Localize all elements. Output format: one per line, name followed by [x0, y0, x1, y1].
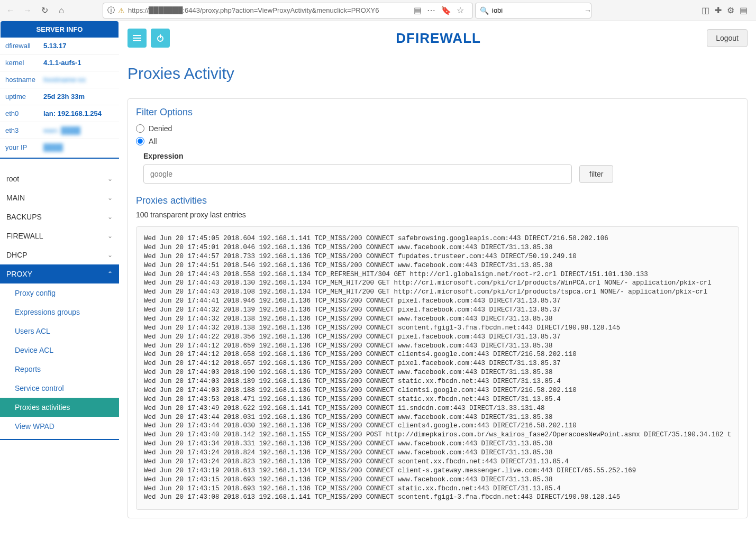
info-row: eth3wan: ████: [0, 122, 119, 139]
nav-item-label: root: [6, 175, 19, 183]
brand-title: DFIREWALL: [170, 30, 707, 47]
info-row: dfirewall5.13.17: [0, 38, 119, 54]
radio-all-label[interactable]: All: [149, 137, 157, 145]
pocket-icon[interactable]: 🔖: [441, 5, 451, 15]
log-box: Wed Jun 20 17:45:05 2018.604 192.168.1.1…: [136, 226, 739, 510]
expression-input[interactable]: [143, 164, 572, 184]
info-row: kernel4.1.1-aufs-1: [0, 54, 119, 71]
info-row: hostnamehostname-xx: [0, 71, 119, 88]
svg-rect-2: [133, 40, 141, 41]
more-icon[interactable]: ⋯: [427, 5, 435, 15]
info-label: dfirewall: [5, 42, 43, 50]
search-bar[interactable]: 🔍 →: [475, 3, 591, 19]
nav-item-proxy[interactable]: PROXY⌃: [0, 264, 119, 283]
url-bar[interactable]: ⓘ ⚠ https://███████:6443/proxy.php?actio…: [103, 3, 473, 19]
nav-item-main[interactable]: MAIN⌄: [0, 188, 119, 207]
power-button[interactable]: [151, 29, 170, 48]
svg-rect-4: [160, 34, 161, 38]
star-icon[interactable]: ☆: [457, 5, 464, 15]
nav-item-firewall[interactable]: FIREWALL⌄: [0, 226, 119, 245]
nav-item-label: PROXY: [6, 270, 32, 278]
main-content: DFIREWALL Logout Proxies Activity Filter…: [119, 21, 756, 558]
chevron-up-icon: ⌃: [107, 270, 113, 278]
sub-item-proxy-config[interactable]: Proxy config: [0, 283, 119, 303]
sub-item-service-control[interactable]: Service control: [0, 379, 119, 398]
nav-item-label: DHCP: [6, 251, 28, 259]
nav-item-backups[interactable]: BACKUPS⌄: [0, 207, 119, 226]
sub-item-proxies-activities[interactable]: Proxies activities: [0, 398, 119, 417]
nav-item-label: BACKUPS: [6, 213, 42, 221]
search-input[interactable]: [492, 6, 581, 14]
info-value: ████: [43, 143, 63, 151]
nav-item-dhcp[interactable]: DHCP⌄: [0, 245, 119, 264]
logout-button[interactable]: Logout: [707, 29, 748, 47]
sub-item-device-acl[interactable]: Device ACL: [0, 341, 119, 360]
chevron-down-icon: ⌄: [107, 175, 113, 182]
lock-warning-icon: ⚠: [118, 6, 125, 15]
info-value: 5.13.17: [43, 42, 66, 50]
reader-icon[interactable]: ▤: [414, 5, 422, 15]
info-value: wan: ████: [43, 126, 80, 134]
info-label: hostname: [5, 76, 43, 84]
chevron-down-icon: ⌄: [107, 213, 113, 221]
home-button[interactable]: ⌂: [54, 3, 69, 18]
info-value: hostname-xx: [43, 76, 86, 84]
page-title: Proxies Activity: [127, 65, 748, 83]
sidebar: SERVER INFO dfirewall5.13.17kernel4.1.1-…: [0, 21, 119, 558]
nav-menu: root⌄MAIN⌄BACKUPS⌄FIREWALL⌄DHCP⌄PROXY⌃Pr…: [0, 169, 119, 440]
server-info-panel: SERVER INFO dfirewall5.13.17kernel4.1.1-…: [0, 21, 119, 159]
info-row: uptime25d 23h 33m: [0, 88, 119, 105]
menu-toggle-button[interactable]: [127, 29, 147, 48]
back-button[interactable]: ←: [3, 3, 18, 18]
nav-item-label: FIREWALL: [6, 232, 43, 240]
info-label: uptime: [5, 93, 43, 100]
radio-denied[interactable]: [136, 124, 144, 133]
forward-button[interactable]: →: [20, 3, 35, 18]
filter-button[interactable]: filter: [579, 165, 613, 183]
log-content: Wed Jun 20 17:45:05 2018.604 192.168.1.1…: [144, 234, 731, 502]
nav-item-root[interactable]: root⌄: [0, 169, 119, 188]
sub-item-users-acl[interactable]: Users ACL: [0, 322, 119, 341]
activities-heading: Proxies activities: [136, 195, 739, 206]
topbar: DFIREWALL Logout: [127, 21, 748, 55]
info-icon[interactable]: ⓘ: [107, 6, 115, 15]
chevron-down-icon: ⌄: [107, 232, 113, 240]
info-label: kernel: [5, 59, 43, 67]
library-icon[interactable]: ◫: [702, 5, 709, 15]
radio-denied-label[interactable]: Denied: [149, 124, 172, 133]
search-icon: 🔍: [480, 6, 489, 15]
sub-item-expressions-groups[interactable]: Expressions groups: [0, 303, 119, 322]
svg-rect-0: [133, 35, 141, 36]
sub-item-reports[interactable]: Reports: [0, 360, 119, 379]
expression-label: Expression: [143, 152, 739, 160]
sub-item-view-wpad[interactable]: View WPAD: [0, 417, 119, 436]
filter-panel: Filter Options Denied All Expression fil…: [127, 98, 748, 518]
chevron-down-icon: ⌄: [107, 194, 113, 202]
info-label: eth3: [5, 126, 43, 134]
reload-button[interactable]: ↻: [37, 3, 52, 18]
url-text: https://███████:6443/proxy.php?action=Vi…: [128, 6, 406, 14]
search-go-icon[interactable]: →: [584, 6, 591, 15]
svg-rect-1: [133, 38, 141, 39]
info-value: 4.1.1-aufs-1: [43, 59, 81, 67]
info-value: lan: 192.168.1.254: [43, 109, 102, 117]
info-label: your IP: [5, 143, 43, 151]
info-value: 25d 23h 33m: [43, 93, 85, 100]
filter-heading: Filter Options: [136, 107, 739, 118]
info-label: eth0: [5, 109, 43, 117]
settings-icon[interactable]: ⚙: [727, 5, 734, 15]
extensions-icon[interactable]: ✚: [715, 5, 722, 15]
info-row: eth0lan: 192.168.1.254: [0, 105, 119, 122]
info-row: your IP████: [0, 139, 119, 155]
browser-chrome: ← → ↻ ⌂ ⓘ ⚠ https://███████:6443/proxy.p…: [0, 0, 756, 21]
chevron-down-icon: ⌄: [107, 251, 113, 259]
radio-all[interactable]: [136, 137, 144, 145]
server-info-header: SERVER INFO: [1, 21, 119, 38]
nav-item-label: MAIN: [6, 194, 25, 202]
entries-text: 100 transparent proxy last entries: [136, 211, 739, 219]
sidebar-toggle-icon[interactable]: ▤: [740, 5, 748, 15]
